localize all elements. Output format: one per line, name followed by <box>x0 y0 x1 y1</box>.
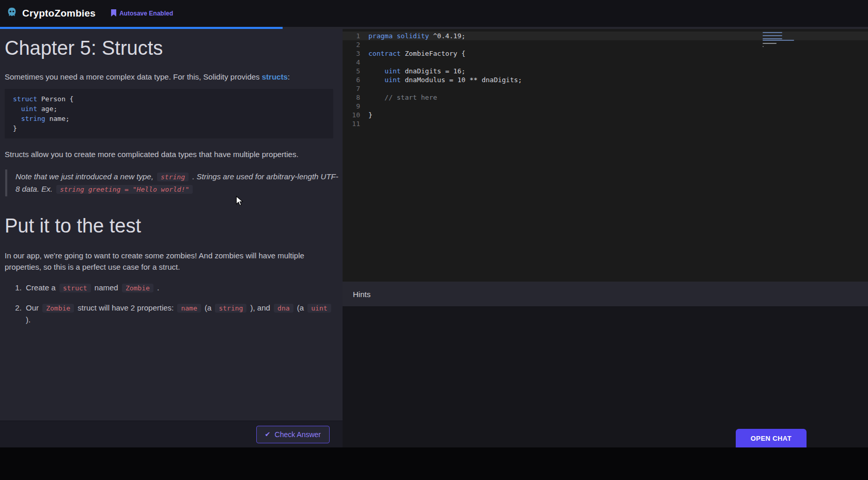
line-number: 8 <box>343 93 368 102</box>
line-number: 7 <box>343 84 368 93</box>
check-answer-button[interactable]: ✔ Check Answer <box>256 426 330 443</box>
text-segment: Create a <box>26 283 58 292</box>
hints-title: Hints <box>353 290 370 299</box>
editor-line[interactable]: 4 <box>343 58 868 67</box>
line-number: 4 <box>343 58 368 67</box>
inline-link[interactable]: structs <box>262 72 288 81</box>
inline-code: Zombie <box>122 284 153 292</box>
line-number: 10 <box>343 111 368 119</box>
editor-line[interactable]: 11 <box>343 119 868 128</box>
line-number: 6 <box>343 75 368 84</box>
text-segment: Sometimes you need a more complex data t… <box>5 72 262 81</box>
editor-line[interactable]: 3contract ZombieFactory { <box>343 49 868 58</box>
line-number: 1 <box>343 32 368 40</box>
text-segment: (a <box>203 303 214 312</box>
inline-code: struct <box>59 284 91 292</box>
text-segment: Our <box>26 303 41 312</box>
structs-paragraph: Structs allow you to create more complic… <box>5 149 333 160</box>
line-number: 2 <box>343 40 368 49</box>
text-segment: : <box>288 72 290 81</box>
code-line: struct Person { <box>13 94 325 104</box>
text-segment: . <box>155 283 159 292</box>
autosave-indicator: Autosave Enabled <box>111 9 173 18</box>
chapter-title: Chapter 5: Structs <box>5 36 333 60</box>
editor-line[interactable]: 7 <box>343 84 868 93</box>
editor-panel: 1pragma solidity ^0.4.19;23contract Zomb… <box>343 29 868 447</box>
inline-code: string <box>157 173 189 181</box>
brand[interactable]: CryptoZombies <box>0 7 96 20</box>
task-item: Create a struct named Zombie . <box>24 282 333 294</box>
lesson-footer: ✔ Check Answer <box>0 421 343 447</box>
bookmark-icon <box>111 9 116 18</box>
inline-code: string greeting = "Hello world!" <box>56 185 193 194</box>
inline-code: name <box>177 304 200 313</box>
inline-code: dna <box>274 304 293 313</box>
check-answer-label: Check Answer <box>275 430 321 439</box>
cryptozombies-logo-icon <box>6 7 18 20</box>
task-list: Create a struct named Zombie .Our Zombie… <box>24 282 333 326</box>
autosave-label: Autosave Enabled <box>119 10 173 17</box>
open-chat-button[interactable]: OPEN CHAT <box>736 429 807 447</box>
intro-paragraph: Sometimes you need a more complex data t… <box>5 71 333 83</box>
line-number: 5 <box>343 67 368 75</box>
cryptozombies-app: { "colors": { "accent_blue": "#2d7ff8", … <box>0 0 868 480</box>
text-segment: Note that we just introduced a new type, <box>16 172 156 181</box>
text-segment: struct will have 2 properties: <box>75 303 176 312</box>
put-to-test-title: Put it to the test <box>5 214 333 238</box>
note-blockquote: Note that we just introduced a new type,… <box>5 169 342 196</box>
editor-line[interactable]: 10} <box>343 111 868 119</box>
editor-line[interactable]: 5 uint dnaDigits = 16; <box>343 67 868 75</box>
line-number: 11 <box>343 119 368 128</box>
editor-line[interactable]: 6 uint dnaModulus = 10 ** dnaDigits; <box>343 75 868 84</box>
brand-name: CryptoZombies <box>22 8 96 19</box>
task-item: Our Zombie struct will have 2 properties… <box>24 302 333 326</box>
inline-code: Zombie <box>42 304 74 313</box>
lesson-panel: Chapter 5: Structs Sometimes you need a … <box>0 29 343 447</box>
text-segment: named <box>92 283 120 292</box>
code-line: uint age; <box>13 104 325 114</box>
text-segment: ), and <box>248 303 272 312</box>
app-paragraph: In our app, we're going to want to creat… <box>5 250 326 273</box>
line-number: 9 <box>343 102 368 111</box>
hints-header[interactable]: Hints <box>343 282 868 307</box>
code-editor[interactable]: 1pragma solidity ^0.4.19;23contract Zomb… <box>343 29 868 282</box>
text-segment: ). <box>26 315 30 324</box>
line-number: 3 <box>343 49 368 58</box>
code-line: string name; <box>13 114 325 123</box>
editor-minimap <box>763 32 800 49</box>
lesson-content: Chapter 5: Structs Sometimes you need a … <box>0 29 343 421</box>
editor-line[interactable]: 9 <box>343 102 868 111</box>
code-line: } <box>13 123 325 133</box>
editor-line[interactable]: 8 // start here <box>343 93 868 102</box>
hints-body <box>343 307 868 447</box>
app-window: CryptoZombies Autosave Enabled Chapter 5… <box>0 0 868 447</box>
inline-code: string <box>215 304 246 313</box>
top-bar: CryptoZombies Autosave Enabled <box>0 0 868 27</box>
check-icon: ✔ <box>265 430 271 438</box>
example-code-block: struct Person { uint age; string name;} <box>5 89 333 138</box>
inline-code: uint <box>307 304 331 313</box>
text-segment: (a <box>295 303 306 312</box>
